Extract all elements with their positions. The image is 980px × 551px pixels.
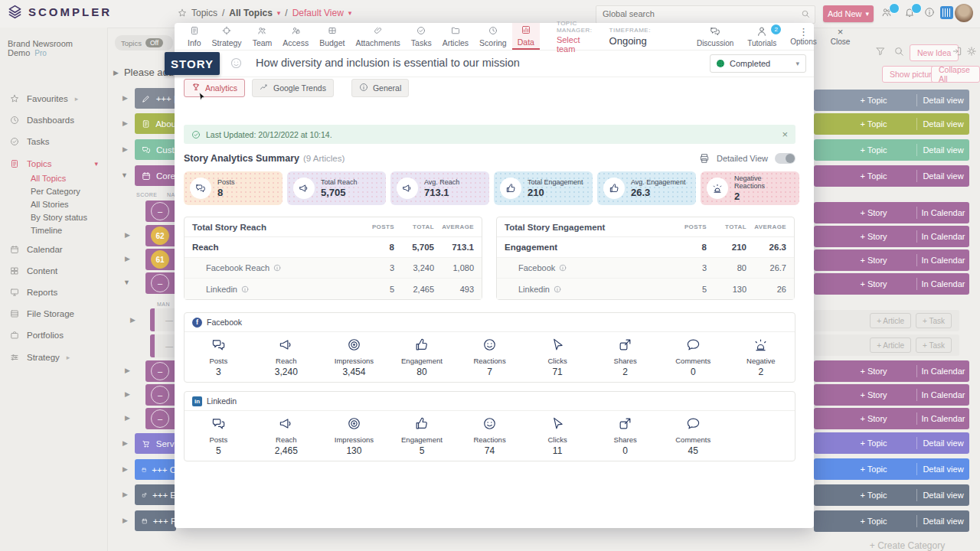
tab-attachments[interactable]: Attachments [350, 23, 405, 50]
expand-caret[interactable]: ▶ [122, 439, 128, 447]
search-icon[interactable] [893, 46, 904, 60]
tab-budget[interactable]: Budget [314, 23, 350, 50]
gear-icon[interactable] [966, 46, 977, 60]
tab-strategy[interactable]: Strategy [207, 23, 247, 50]
story-row[interactable]: + StoryIn Calendar [814, 202, 969, 223]
expand-caret[interactable]: ▶ [125, 231, 130, 239]
info-circle-icon[interactable] [273, 264, 281, 272]
info-circle-icon[interactable] [241, 285, 249, 293]
add-article-button[interactable]: + Article [870, 337, 911, 353]
tab-info[interactable]: Info [182, 23, 207, 50]
topic-block[interactable]: Core [135, 165, 176, 186]
app-logo[interactable]: SCOMPLER [8, 5, 112, 19]
topic-row[interactable]: + TopicDetail view [814, 510, 969, 532]
story-row[interactable]: – [145, 201, 176, 222]
add-task-button[interactable]: + Task [916, 337, 952, 353]
article-row[interactable]: — [150, 334, 176, 357]
topics-toggle[interactable]: Topics Off [115, 35, 173, 51]
breadcrumb-root[interactable]: Topics [191, 8, 217, 18]
subtab-google-trends[interactable]: Google Trends [252, 79, 334, 97]
topic-block[interactable]: Servi [135, 433, 176, 454]
tab-team[interactable]: Team [247, 23, 278, 50]
collapse-caret[interactable]: ▼ [121, 171, 128, 179]
subtab-general[interactable]: General [351, 79, 409, 97]
tab-scoring[interactable]: Scoring [474, 23, 512, 50]
add-article-button[interactable]: + Article [870, 313, 911, 328]
collapse-all-button[interactable]: Collapse All [931, 66, 980, 83]
breadcrumb-view[interactable]: Default View [292, 8, 344, 18]
search-icon[interactable] [801, 9, 810, 18]
story-row[interactable]: – [145, 272, 176, 294]
info-button[interactable] [924, 7, 935, 21]
user-avatar[interactable] [955, 4, 973, 22]
options-button[interactable]: ⋮ Options [790, 23, 816, 50]
sidebar-item-favourites[interactable]: Favourites▸ [0, 90, 107, 107]
close-button[interactable]: × Close [831, 23, 851, 50]
add-task-button[interactable]: + Task [916, 313, 952, 328]
filter-funnel-icon[interactable] [875, 46, 886, 60]
sidebar-item-reports[interactable]: Reports [0, 284, 107, 301]
topic-row[interactable]: + TopicDetail view [814, 113, 969, 135]
sidebar-sub-all-topics[interactable]: All Topics [31, 174, 66, 183]
global-search[interactable] [596, 5, 815, 24]
expand-caret[interactable]: ▶ [122, 94, 128, 102]
topic-block[interactable]: Abou [135, 113, 176, 134]
team-members-button[interactable] [881, 7, 892, 21]
collapse-caret[interactable]: ▼ [123, 279, 130, 286]
tutorials-button[interactable]: Tutorials 2 [747, 23, 776, 50]
add-new-button[interactable]: Add New▾ [823, 5, 874, 22]
chevron-down-icon[interactable]: ▾ [348, 9, 352, 17]
printer-icon[interactable] [699, 153, 710, 164]
expand-caret[interactable]: ▶ [130, 316, 136, 324]
story-row[interactable]: + StoryIn Calendar [814, 226, 969, 247]
sidebar-sub-per-category[interactable]: Per Category [31, 187, 80, 196]
sidebar-sub-timeline[interactable]: Timeline [31, 226, 62, 235]
topic-block[interactable]: +++ E [135, 484, 176, 505]
export-icon[interactable] [952, 46, 962, 60]
banner-close-icon[interactable]: × [782, 129, 788, 140]
smiley-icon[interactable] [230, 57, 243, 73]
discussion-button[interactable]: Discussion [697, 23, 733, 50]
topic-row[interactable]: + TopicDetail view [814, 139, 969, 161]
story-row[interactable]: 61 [145, 249, 176, 270]
story-row[interactable]: 62 [145, 225, 176, 246]
sidebar-item-file-storage[interactable]: File Storage [0, 305, 107, 322]
sidebar-item-dashboards[interactable]: Dashboards [0, 112, 107, 129]
story-row[interactable]: + StoryIn Calendar [814, 408, 969, 429]
sidebar-item-content[interactable]: Content [0, 262, 107, 279]
timeframe-value[interactable]: Ongoing [609, 35, 651, 47]
notifications-button[interactable] [904, 7, 915, 21]
sidebar-item-topics[interactable]: Topics▾ [0, 155, 107, 172]
breadcrumb-section[interactable]: All Topics [229, 8, 272, 18]
topic-block[interactable]: Cust [135, 139, 176, 160]
detailed-view-toggle[interactable] [775, 153, 795, 164]
tab-tasks[interactable]: Tasks [406, 23, 437, 50]
topic-row[interactable]: + TopicDetail view [814, 458, 969, 480]
tab-articles[interactable]: Articles [437, 23, 474, 50]
expand-caret[interactable]: ▶ [122, 491, 128, 498]
story-row[interactable]: – [145, 408, 176, 429]
global-search-input[interactable] [596, 6, 800, 21]
tab-data[interactable]: Data [512, 23, 540, 50]
subtab-analytics[interactable]: Analytics [184, 79, 245, 97]
tab-access[interactable]: Access [277, 23, 314, 50]
sidebar-item-tasks[interactable]: Tasks [0, 133, 107, 150]
expand-caret[interactable]: ▶ [122, 465, 128, 473]
expand-caret[interactable]: ▶ [122, 145, 128, 153]
topic-block[interactable]: +++ F [135, 510, 176, 531]
expand-caret[interactable]: ▶ [122, 119, 128, 127]
expand-caret[interactable]: ▶ [125, 255, 130, 262]
topic-row[interactable]: + TopicDetail view [814, 90, 969, 111]
create-category-button[interactable]: + Create Category [842, 540, 972, 551]
story-row[interactable]: + StoryIn Calendar [814, 273, 969, 295]
sidebar-sub-by-story-status[interactable]: By Story status [31, 213, 87, 222]
chevron-down-icon[interactable]: ▾ [277, 9, 281, 17]
topic-row[interactable]: + TopicDetail view [814, 165, 969, 187]
story-row[interactable]: + StoryIn Calendar [814, 249, 969, 271]
topic-block[interactable]: +++ C [135, 459, 176, 480]
story-row[interactable]: + StoryIn Calendar [814, 360, 969, 382]
article-row[interactable]: — [150, 308, 176, 331]
story-row[interactable]: – [145, 384, 176, 406]
status-dropdown[interactable]: Completed ▾ [710, 54, 806, 73]
sidebar-item-calendar[interactable]: Calendar [0, 241, 107, 258]
